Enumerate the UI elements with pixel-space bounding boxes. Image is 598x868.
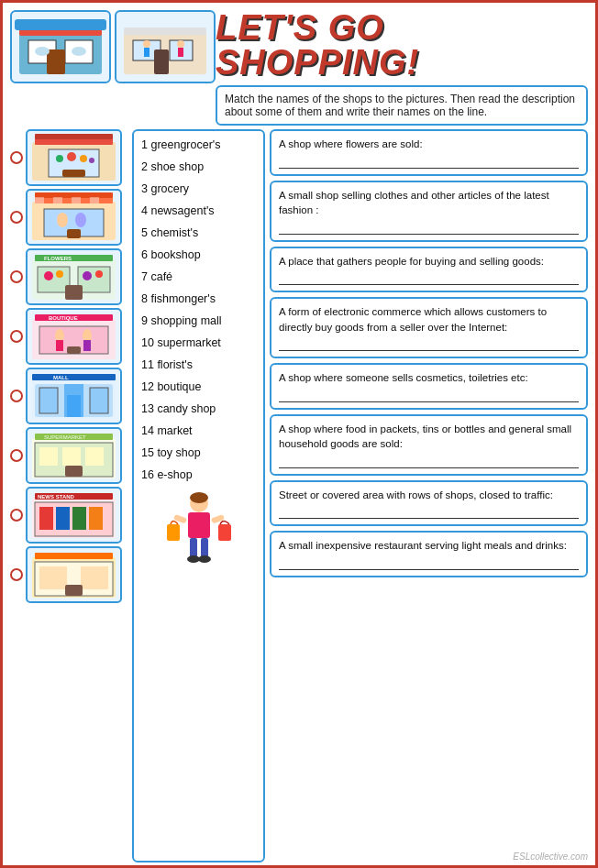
- svg-rect-76: [39, 507, 53, 530]
- desc-text-4: A form of electronic commerce which allo…: [279, 306, 547, 333]
- svg-point-6: [35, 47, 50, 56]
- svg-point-45: [83, 271, 92, 280]
- desc-text-8: A small inexpensive restaurant serving l…: [279, 540, 567, 551]
- circle-7: [10, 509, 23, 522]
- svg-point-91: [187, 555, 200, 563]
- svg-point-15: [177, 40, 184, 48]
- desc-box-2: A small shop selling clothes and other a…: [270, 181, 588, 242]
- svg-text:FLOWERS: FLOWERS: [44, 256, 72, 261]
- shop-row-1: [10, 129, 127, 186]
- svg-point-7: [72, 47, 86, 56]
- svg-point-44: [56, 270, 63, 278]
- answer-line-8[interactable]: [279, 559, 579, 570]
- answer-line-3[interactable]: [279, 274, 579, 285]
- page: LET'S GO SHOPPING! Match the names of th…: [0, 0, 598, 868]
- svg-rect-54: [83, 340, 91, 351]
- shop-pic-1: [26, 129, 122, 186]
- shop-pic-3: FLOWERS: [26, 248, 122, 305]
- shop-list: 1 greengrocer's 2 shoe shop 3 grocery 4 …: [132, 129, 265, 863]
- list-item-10: 10 supermarket: [141, 335, 256, 351]
- shop-row-5: MALL: [10, 368, 127, 424]
- shop-pictures-grid: FLOWERS: [10, 129, 127, 863]
- character-illustration: [162, 492, 236, 575]
- answer-line-5[interactable]: [279, 391, 579, 402]
- svg-rect-57: [32, 374, 116, 380]
- list-item-9: 9 shopping mall: [141, 313, 256, 329]
- svg-rect-62: [90, 388, 108, 413]
- shop-pic-7: NEWS STAND: [26, 487, 122, 544]
- circle-6: [10, 449, 23, 462]
- circle-1: [10, 151, 23, 164]
- shop-row-7: NEWS STAND: [10, 487, 127, 544]
- svg-point-43: [44, 271, 53, 280]
- svg-rect-29: [35, 197, 44, 203]
- answer-line-2[interactable]: [279, 224, 579, 235]
- svg-rect-52: [56, 340, 63, 351]
- svg-rect-96: [218, 524, 231, 541]
- answer-line-1[interactable]: [279, 158, 579, 169]
- list-item-16: 16 e-shop: [141, 467, 256, 483]
- desc-text-6: A shop where food in packets, tins or bo…: [279, 423, 571, 450]
- list-item-12: 12 boutique: [141, 379, 256, 395]
- svg-rect-5: [15, 19, 106, 30]
- svg-rect-32: [90, 197, 99, 203]
- svg-rect-71: [65, 466, 83, 477]
- svg-point-13: [143, 40, 150, 48]
- svg-text:MALL: MALL: [53, 375, 69, 380]
- watermark: ESLcollective.com: [513, 852, 588, 862]
- svg-point-34: [57, 213, 68, 227]
- answer-line-7[interactable]: [279, 508, 579, 519]
- desc-box-7: Street or covered area with rows of shop…: [270, 480, 588, 527]
- list-item-6: 6 bookshop: [141, 247, 256, 263]
- svg-rect-90: [201, 538, 208, 558]
- svg-rect-95: [167, 524, 180, 541]
- svg-rect-83: [39, 566, 67, 589]
- desc-box-6: A shop where food in packets, tins or bo…: [270, 414, 588, 476]
- svg-point-87: [190, 492, 208, 503]
- shop-row-4: BOUTIQUE: [10, 308, 127, 365]
- svg-point-46: [95, 270, 103, 278]
- shop-row-3: FLOWERS: [10, 248, 127, 305]
- desc-text-3: A place that gathers people for buying a…: [279, 256, 544, 267]
- list-item-7: 7 café: [141, 269, 256, 285]
- svg-point-51: [55, 329, 64, 342]
- svg-rect-77: [56, 507, 70, 530]
- svg-rect-42: [65, 285, 83, 300]
- desc-text-1: A shop where flowers are sold:: [279, 138, 423, 149]
- svg-rect-11: [154, 49, 169, 74]
- list-item-5: 5 chemist's: [141, 225, 256, 241]
- desc-box-4: A form of electronic commerce which allo…: [270, 297, 588, 358]
- svg-rect-3: [47, 49, 65, 74]
- svg-text:SUPERMARKET: SUPERMARKET: [44, 434, 86, 440]
- list-item-14: 14 market: [141, 423, 256, 439]
- svg-point-21: [56, 155, 63, 162]
- answer-line-6[interactable]: [279, 457, 579, 468]
- svg-rect-31: [72, 197, 81, 203]
- circle-8: [10, 568, 23, 581]
- svg-rect-25: [62, 170, 85, 177]
- svg-rect-18: [35, 138, 113, 145]
- list-item-13: 13 candy shop: [141, 401, 256, 417]
- svg-rect-68: [39, 447, 58, 466]
- svg-rect-84: [81, 566, 108, 589]
- shop-row-8: [10, 546, 127, 603]
- answer-line-4[interactable]: [279, 340, 579, 351]
- shop-pic-4: BOUTIQUE: [26, 308, 122, 365]
- circle-3: [10, 270, 23, 283]
- svg-rect-36: [67, 229, 81, 238]
- list-item-8: 8 fishmonger's: [141, 291, 256, 307]
- svg-rect-60: [39, 388, 58, 413]
- svg-point-92: [198, 555, 211, 563]
- svg-point-24: [89, 158, 94, 163]
- instruction-box: Match the names of the shops to the pict…: [216, 85, 588, 126]
- header-area: LET'S GO SHOPPING! Match the names of th…: [10, 10, 588, 126]
- desc-box-8: A small inexpensive restaurant serving l…: [270, 531, 588, 577]
- svg-rect-30: [53, 197, 62, 203]
- svg-rect-63: [67, 395, 81, 417]
- svg-rect-55: [67, 346, 81, 354]
- header-images: [10, 10, 216, 126]
- svg-rect-69: [62, 447, 81, 466]
- desc-text-2: A small shop selling clothes and other a…: [279, 190, 549, 216]
- svg-rect-85: [65, 585, 83, 596]
- svg-rect-89: [190, 538, 197, 558]
